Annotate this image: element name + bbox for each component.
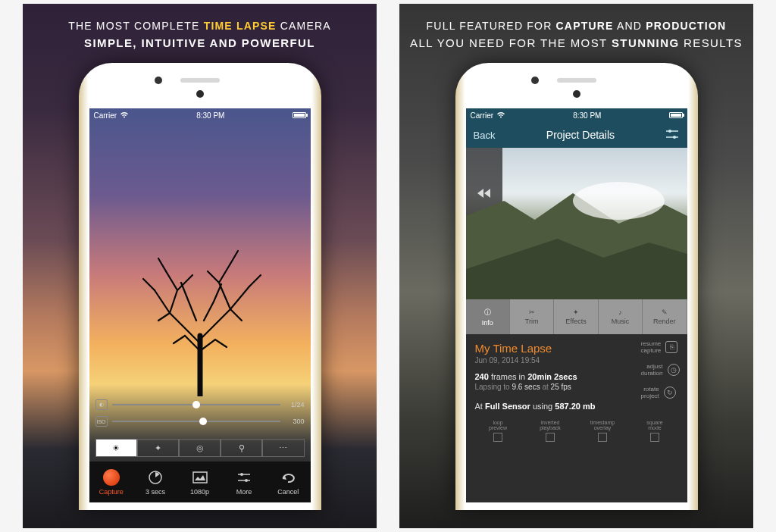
resolution-button[interactable]: 1080p — [177, 462, 221, 502]
iso-value: 300 — [285, 418, 305, 425]
interval-button[interactable]: 3 secs — [133, 462, 177, 502]
slider-iso[interactable]: ISO 300 — [95, 416, 305, 427]
effects-icon: ✦ — [573, 308, 579, 316]
hl-sub-pre: All you need for the most — [410, 36, 607, 49]
hl-mid: and — [617, 20, 642, 32]
capture-toolbar: Capture 3 secs 1080p More Cancel — [89, 462, 311, 502]
project-meta: My Time Lapse Jun 09, 2014 19:54 240 fra… — [466, 334, 687, 415]
nav-bar: Back Project Details — [466, 122, 687, 148]
settings-icon[interactable] — [665, 129, 679, 142]
capture-button[interactable]: Capture — [89, 462, 133, 502]
back-button[interactable]: Back — [474, 130, 496, 141]
status-bar: Carrier 8:30 PM — [466, 108, 687, 122]
mode-more[interactable]: ⋯ — [262, 439, 304, 457]
capture-label: Capture — [99, 488, 124, 496]
inverted-playback-check[interactable]: inverted playback — [527, 420, 574, 442]
mode-strip: ☀ ✦ ◎ ⚲ ⋯ — [95, 439, 305, 457]
hl-sub-post: results — [684, 36, 743, 49]
shutter-icon: ◐ — [95, 399, 108, 410]
cancel-label: Cancel — [277, 488, 299, 496]
nav-title: Project Details — [546, 129, 615, 141]
tab-effects[interactable]: ✦Effects — [554, 299, 598, 334]
mode-exposure[interactable]: ☀ — [95, 439, 137, 457]
checkbox-icon — [546, 433, 555, 442]
carrier-label: Carrier — [471, 111, 494, 120]
resume-capture-button[interactable]: resume capture⎘ — [641, 340, 680, 354]
promo-panel-right: Full featured for capture and production… — [399, 4, 753, 528]
phone-sensor — [196, 90, 204, 98]
headline-post: camera — [280, 20, 331, 32]
svg-point-10 — [572, 182, 664, 220]
clock: 8:30 PM — [573, 111, 601, 120]
slider-shutter[interactable]: ◐ 1/24 — [95, 399, 305, 410]
carrier-label: Carrier — [94, 111, 117, 120]
status-bar: Carrier 8:30 PM — [89, 108, 311, 122]
tab-music[interactable]: ♪Music — [599, 299, 643, 334]
rotate-project-button[interactable]: rotate project↻ — [641, 386, 680, 399]
tree-silhouette — [105, 199, 296, 396]
svg-point-5 — [245, 479, 248, 482]
cancel-button[interactable]: Cancel — [266, 462, 310, 502]
project-preview — [466, 148, 687, 299]
hl-pre: Full featured for — [427, 20, 552, 32]
option-checks: loop preview inverted playback timestamp… — [466, 415, 687, 442]
hl-sub-b: stunning — [612, 36, 680, 49]
render-icon: ✎ — [662, 308, 668, 316]
battery-icon — [293, 112, 306, 118]
phone-mockup-right: Carrier 8:30 PM Back Project Details — [455, 63, 698, 510]
more-label: More — [236, 488, 252, 496]
headline-pre: The most complete — [68, 20, 199, 32]
checkbox-icon — [493, 433, 502, 442]
wifi-icon — [120, 111, 129, 120]
tab-info[interactable]: ⓘInfo — [466, 299, 510, 334]
hl-b2: production — [646, 20, 726, 32]
trim-icon: ✂ — [529, 308, 535, 316]
headline-sub: simple, intuitive and powerful — [68, 34, 331, 52]
headline-left: The most complete time lapse camera simp… — [59, 4, 340, 58]
iso-icon: ISO — [95, 416, 108, 427]
sensor-line: At Full Sensor using 587.20 mb — [475, 402, 678, 411]
mode-focus[interactable]: ✦ — [137, 439, 179, 457]
svg-point-9 — [673, 136, 676, 139]
phone-sensor — [573, 90, 580, 98]
rotate-icon: ↻ — [664, 386, 676, 399]
resolution-label: 1080p — [190, 488, 209, 496]
more-button[interactable]: More — [222, 462, 266, 502]
hl-b1: capture — [556, 20, 614, 32]
resume-icon: ⎘ — [665, 341, 677, 353]
exposure-sliders: ◐ 1/24 ISO 300 — [95, 399, 305, 433]
side-actions: resume capture⎘ adjust duration◷ rotate … — [641, 340, 680, 399]
clock: 8:30 PM — [196, 111, 224, 120]
timer-icon — [147, 469, 164, 486]
clock-icon: ◷ — [668, 364, 680, 376]
tab-render[interactable]: ✎Render — [643, 299, 687, 334]
promo-panel-left: The most complete time lapse camera simp… — [23, 4, 377, 528]
undo-icon — [280, 469, 296, 486]
battery-icon — [669, 112, 683, 118]
project-tabs: ⓘInfo ✂Trim ✦Effects ♪Music ✎Render — [466, 299, 687, 334]
checkbox-icon — [598, 433, 607, 442]
checkbox-icon — [650, 433, 659, 442]
square-mode-check[interactable]: square mode — [632, 420, 678, 442]
music-icon: ♪ — [618, 308, 622, 316]
mode-zoom[interactable]: ⚲ — [221, 439, 262, 457]
phone-mockup-left: Carrier 8:30 PM — [79, 63, 321, 510]
info-icon: ⓘ — [484, 308, 491, 318]
tab-trim[interactable]: ✂Trim — [510, 299, 554, 334]
image-icon — [192, 469, 208, 486]
record-icon — [103, 469, 120, 486]
mode-wb[interactable]: ◎ — [179, 439, 221, 457]
svg-point-8 — [668, 130, 671, 133]
interval-label: 3 secs — [146, 488, 165, 496]
shutter-value: 1/24 — [285, 401, 305, 408]
wifi-icon — [496, 111, 505, 120]
headline-right: Full featured for capture and production… — [401, 4, 752, 58]
screen-project: Carrier 8:30 PM Back Project Details — [466, 108, 687, 502]
screen-capture: Carrier 8:30 PM — [89, 108, 311, 502]
adjust-duration-button[interactable]: adjust duration◷ — [641, 363, 680, 377]
sliders-icon — [236, 469, 252, 486]
svg-rect-1 — [193, 472, 207, 483]
timestamp-overlay-check[interactable]: timestamp overlay — [580, 420, 626, 442]
loop-preview-check[interactable]: loop preview — [475, 420, 521, 442]
svg-point-4 — [240, 473, 243, 476]
